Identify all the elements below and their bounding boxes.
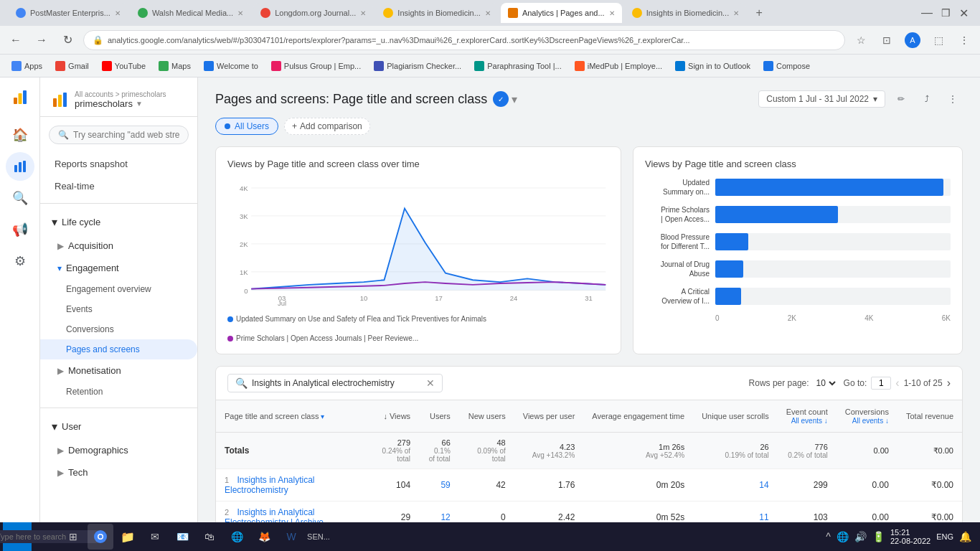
account-name[interactable]: primescholars ▼	[75, 98, 166, 109]
more-options-button[interactable]: ⋮	[943, 89, 963, 109]
bookmark-outlook[interactable]: Sign in to Outlook	[669, 60, 756, 72]
taskbar-word[interactable]: W	[278, 524, 304, 550]
nav-search-input[interactable]	[73, 130, 179, 140]
col-sort-page-title[interactable]: Page title and screen class ▾	[225, 412, 364, 420]
ga-configure-button[interactable]: ⚙	[6, 247, 34, 276]
taskbar-battery-icon[interactable]: 🔋	[872, 531, 885, 542]
tab-walsh[interactable]: Walsh Medical Media... ✕	[131, 3, 250, 23]
tab-close-analytics[interactable]: ✕	[609, 9, 615, 17]
taskbar-network-icon[interactable]: 🌐	[837, 531, 849, 542]
bookmark-imedpub[interactable]: iMedPub | Employe...	[569, 60, 668, 72]
nav-realtime[interactable]: Real-time	[40, 175, 197, 197]
address-input[interactable]: 🔒 analytics.google.com/analytics/web/#/p…	[83, 30, 845, 50]
tab-postmaster[interactable]: PostMaster Enterpris... ✕	[9, 3, 128, 23]
add-comparison-button[interactable]: + Add comparison	[284, 118, 370, 135]
nav-lifecycle[interactable]: ▾ Life cycle	[40, 209, 197, 235]
taskbar-store[interactable]: 🛍	[197, 524, 222, 550]
ga-explore-button[interactable]: 🔍	[6, 184, 34, 212]
tab-close-insights2[interactable]: ✕	[733, 9, 739, 17]
bookmark-plagiarism[interactable]: Plagiarism Checker...	[368, 60, 467, 72]
taskbar-mail[interactable]: 📧	[169, 524, 195, 550]
report-title-badge-area[interactable]: ✓ ▾	[493, 91, 517, 107]
nav-pages-screens[interactable]: Pages and screens	[40, 339, 197, 359]
row-1-unique-scrolls[interactable]: 14	[693, 469, 778, 501]
nav-search[interactable]: 🔍	[49, 126, 189, 144]
tab-analytics[interactable]: Analytics | Pages and... ✕	[501, 3, 622, 23]
back-button[interactable]: ←	[6, 30, 26, 50]
customize-report-button[interactable]: ✏	[891, 89, 911, 109]
go-to-page-input[interactable]	[871, 377, 891, 390]
next-page-button[interactable]: ›	[947, 377, 951, 390]
nav-engagement-overview[interactable]: Engagement overview	[40, 279, 197, 299]
nav-reports-snapshot[interactable]: Reports snapshot	[40, 153, 197, 175]
col-header-conversions[interactable]: Conversions All events ↓	[837, 400, 897, 433]
col-header-views-per-user[interactable]: Views per user	[514, 400, 584, 433]
taskbar-file-explorer[interactable]: 📁	[115, 524, 141, 550]
date-range-picker[interactable]: Custom 1 Jul - 31 Jul 2022 ▾	[758, 90, 885, 108]
all-users-filter[interactable]: All Users	[215, 118, 278, 135]
tab-insights1[interactable]: Insights in Biomedicin... ✕	[376, 3, 498, 23]
forward-button[interactable]: →	[32, 30, 52, 50]
share-report-button[interactable]: ⤴	[917, 89, 937, 109]
prev-page-button[interactable]: ‹	[895, 377, 899, 390]
rows-per-page-select[interactable]: 10 25 50	[814, 377, 838, 389]
taskbar-sen[interactable]: SEN...	[306, 524, 331, 550]
taskbar-firefox[interactable]: 🦊	[251, 524, 277, 550]
table-search-container[interactable]: 🔍 ✕	[227, 374, 443, 392]
col-header-page-title[interactable]: Page title and screen class ▾	[216, 400, 373, 433]
tab-close-insights1[interactable]: ✕	[485, 9, 491, 17]
col-header-avg-engagement[interactable]: Average engagement time	[583, 400, 693, 433]
taskbar-edge[interactable]: 🌐	[224, 524, 250, 550]
new-tab-button[interactable]: +	[749, 3, 769, 23]
bookmark-star-icon[interactable]: ☆	[851, 30, 871, 50]
nav-acquisition[interactable]: ▶ Acquisition	[40, 235, 197, 257]
taskbar-chrome[interactable]	[88, 524, 113, 550]
col-header-unique-scrolls[interactable]: Unique user scrolls	[693, 400, 778, 433]
tab-close-longdom[interactable]: ✕	[360, 9, 366, 17]
minimize-button[interactable]: —	[921, 6, 933, 19]
cast-icon[interactable]: ⊡	[877, 30, 897, 50]
nav-retention[interactable]: Retention	[40, 382, 197, 402]
bookmark-pulsus[interactable]: Pulsus Group | Emp...	[265, 60, 367, 72]
nav-events[interactable]: Events	[40, 299, 197, 319]
bookmark-welcome[interactable]: Welcome to	[198, 60, 264, 72]
nav-demographics[interactable]: ▶ Demographics	[40, 439, 197, 461]
profile-icon[interactable]: A	[903, 30, 923, 50]
ga-reports-button[interactable]	[6, 152, 34, 181]
nav-user[interactable]: ▾ User	[40, 414, 197, 439]
bookmark-compose[interactable]: Compose	[758, 60, 816, 72]
col-header-views[interactable]: ↓ Views	[373, 400, 419, 433]
tab-close-walsh[interactable]: ✕	[237, 9, 243, 17]
ga-logo-icon[interactable]	[6, 83, 34, 112]
taskbar-notification-icon[interactable]: 🔔	[959, 531, 971, 542]
col-header-event-count[interactable]: Event count All events ↓	[778, 400, 837, 433]
bookmark-gmail[interactable]: Gmail	[50, 60, 95, 72]
table-search-clear-button[interactable]: ✕	[426, 377, 435, 389]
taskbar-up-arrow-icon[interactable]: ^	[826, 531, 831, 542]
taskbar-volume-icon[interactable]: 🔊	[854, 531, 867, 542]
col-sort-views[interactable]: ↓ Views	[382, 412, 410, 420]
tab-insights2[interactable]: Insights in Biomedicin... ✕	[625, 3, 747, 23]
tab-longdom[interactable]: Longdom.org Journal... ✕	[253, 3, 373, 23]
settings-icon[interactable]: ⋮	[954, 30, 974, 50]
taskbar-outlook[interactable]: ✉	[142, 524, 168, 550]
bookmark-paraphrasing[interactable]: Paraphrasing Tool |...	[468, 60, 567, 72]
taskbar-search[interactable]	[33, 524, 59, 550]
ga-advertising-button[interactable]: 📢	[6, 215, 34, 244]
restore-button[interactable]: ❒	[941, 7, 951, 19]
tab-close-postmaster[interactable]: ✕	[115, 9, 121, 17]
rows-per-page-selector[interactable]: Rows per page: 10 25 50	[749, 377, 838, 389]
nav-tech[interactable]: ▶ Tech	[40, 461, 197, 484]
table-search-input[interactable]	[252, 378, 422, 388]
nav-conversions[interactable]: Conversions	[40, 319, 197, 339]
bookmark-youtube[interactable]: YouTube	[96, 60, 151, 72]
reload-button[interactable]: ↻	[57, 30, 77, 50]
row-1-page-title[interactable]: Insights in Analytical Electrochemistry	[225, 475, 315, 495]
nav-engagement[interactable]: ▾ Engagement	[40, 257, 197, 279]
ga-home-button[interactable]: 🏠	[6, 121, 34, 149]
col-header-users[interactable]: Users	[419, 400, 459, 433]
row-1-users[interactable]: 59	[419, 469, 459, 501]
extensions-icon[interactable]: ⬚	[928, 30, 948, 50]
nav-monetisation[interactable]: ▶ Monetisation	[40, 359, 197, 382]
close-window-button[interactable]: ✕	[959, 6, 969, 20]
